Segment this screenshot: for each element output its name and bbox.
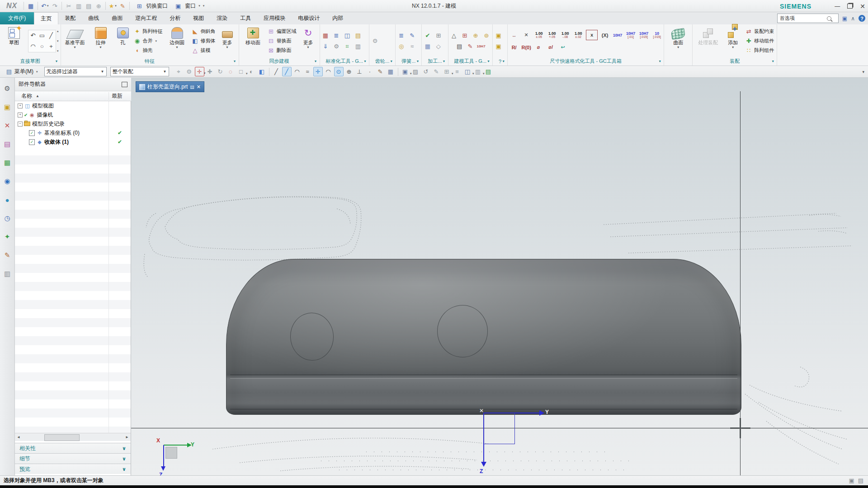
process-studio-icon[interactable]: ✦ (2, 231, 13, 242)
trim-body-button[interactable]: ◧ 修剪体 (190, 36, 217, 46)
constraint-navigator-icon[interactable]: ✕ (2, 120, 13, 131)
tab-视图[interactable]: 视图 (187, 12, 210, 24)
triangle-icon[interactable]: △ (450, 31, 458, 40)
process-assembly-button[interactable]: 处理装配 (694, 25, 722, 56)
sketch-pencil-icon[interactable]: ✎ (376, 67, 385, 76)
spring-coil-icon[interactable]: ≣ (397, 31, 406, 40)
maximize-panel-icon[interactable] (122, 82, 127, 87)
group-dropdown-icon[interactable]: ▼ (233, 60, 236, 63)
reference-radius-icon[interactable]: R(0) (521, 42, 531, 52)
cabinet-icon[interactable]: ◫ (343, 31, 352, 40)
part-navigator-icon[interactable]: ▤ (2, 139, 13, 150)
sketch-tools-scroll[interactable]: ▴▾▾ (57, 28, 59, 54)
section-相关性[interactable]: 相关性∨ (15, 443, 131, 453)
wcs-z-axis[interactable] (163, 445, 164, 468)
gold-cubes-icon-2[interactable]: ▣ (494, 42, 503, 51)
column-latest[interactable]: 最新 (108, 92, 131, 100)
switch-window-button[interactable]: ⊞ 切换窗口 (132, 1, 170, 11)
snap-profile-icon[interactable]: ╱ (282, 67, 292, 76)
grid-pin-icon[interactable]: ⌗ (343, 42, 352, 51)
cut-icon[interactable]: ✂ (64, 1, 74, 10)
assembly-navigator-icon[interactable]: ▣ (2, 102, 13, 113)
datum-plane-outline[interactable] (484, 413, 515, 444)
diameter-style-icon[interactable]: ⌀ (533, 42, 543, 52)
offset-region-button[interactable]: ⊞ 偏置区域 (266, 27, 298, 36)
save-icon[interactable]: ▦ (26, 1, 36, 10)
tab-分析[interactable]: 分析 (163, 12, 187, 24)
tab-主页[interactable]: 主页 (34, 12, 58, 24)
grid-display-icon[interactable]: ▦ (386, 67, 396, 76)
tree-expander-icon[interactable]: − (18, 122, 23, 127)
scrollbar-track[interactable] (22, 434, 123, 441)
section-细节[interactable]: 细节∨ (15, 453, 131, 464)
menu-button[interactable]: ▤ 菜单(M)▾ (3, 67, 41, 77)
washer-icon[interactable]: ◎ (397, 42, 406, 51)
assembly-constraints-button[interactable]: ⇄ 装配约束 (744, 27, 775, 36)
tab-逆向工程[interactable]: 逆向工程 (129, 12, 163, 24)
sketch-tool-icon-4[interactable]: ○ (38, 41, 47, 52)
sketch-tool-icon-2[interactable]: ╱ (47, 30, 56, 41)
fit-binocular-icon[interactable]: 10H7 (477, 42, 486, 51)
edge-blend-button[interactable]: 边倒圆▼ (165, 25, 190, 56)
column-name[interactable]: 名称▲ (15, 92, 108, 100)
move-face-button[interactable]: 移动面 (241, 25, 266, 56)
restore-button[interactable] (847, 4, 853, 9)
chevron-down-icon[interactable]: ∨ (122, 466, 126, 472)
tab-电极设计[interactable]: 电极设计 (292, 12, 326, 24)
group-dropdown-icon[interactable]: ▼ (771, 60, 774, 63)
brush-tool-icon[interactable]: ≈ (408, 42, 416, 51)
resource-options-icon[interactable]: ⚙ (2, 83, 13, 94)
folder-add-icon[interactable]: ⊕ (472, 31, 480, 40)
shaded-view-icon[interactable]: ◐ (247, 67, 256, 76)
fixture-grid-icon[interactable]: ⊞ (434, 31, 443, 40)
tab-file[interactable]: 文件(F) (0, 12, 34, 24)
scroll-left-icon[interactable]: ◄ (15, 434, 22, 441)
snap-existing-point-icon[interactable]: ∙ (365, 67, 375, 76)
sketch-circle-right[interactable] (437, 305, 488, 357)
material-library-icon[interactable]: ▤ (484, 67, 493, 76)
linear-dim-style-icon[interactable]: ↔ (509, 30, 519, 40)
tolerance-plus-icon[interactable]: 1.00+.05 (547, 30, 557, 40)
close-button[interactable]: ✕ (860, 3, 865, 10)
folder-parts-icon[interactable]: ⊚ (482, 31, 491, 40)
printer-icon[interactable]: ▥ (354, 42, 363, 51)
paste-special-icon[interactable]: ⊕ (94, 1, 104, 10)
datum-grid-icon[interactable]: ⊞▾ (442, 67, 452, 76)
copy-icon[interactable]: ▥ (74, 1, 84, 10)
table-icon[interactable]: ⊞ (461, 31, 469, 40)
add-component-button[interactable]: 添加▼ (722, 25, 743, 56)
roles-icon[interactable]: ▥ (2, 268, 13, 279)
chevron-down-icon[interactable]: ∨ (122, 456, 126, 462)
reset-format-icon[interactable]: ↩ (558, 42, 568, 52)
search-input[interactable] (779, 15, 827, 22)
help-icon[interactable]: ? (859, 15, 865, 22)
tree-row[interactable]: ✓✛基准坐标系 (0)✔ (15, 128, 131, 137)
drafting-grid-icon[interactable]: ▦ (321, 31, 330, 40)
web-browser-icon[interactable]: ● (2, 194, 13, 205)
group-dropdown-icon[interactable]: ▼ (390, 60, 393, 63)
group-dropdown-icon[interactable]: ▼ (487, 60, 490, 63)
background-icon[interactable]: ▨ (411, 67, 420, 76)
snap-arc-icon[interactable]: ◠ (292, 67, 302, 76)
horizontal-scrollbar[interactable]: ◄ ► (15, 433, 131, 441)
tolerance-equal-icon[interactable]: 1.00±.05 (533, 30, 544, 40)
snap-center-icon[interactable]: ⊙ (334, 67, 344, 76)
reuse-library-icon[interactable]: ▦ (2, 157, 13, 168)
replace-face-button[interactable]: ⊟ 替换面 (266, 36, 298, 46)
close-part-icon[interactable]: ✕ (197, 84, 201, 90)
gold-cubes-icon[interactable]: ▣ (494, 31, 503, 40)
annotation-icon[interactable]: ✎ (432, 67, 441, 76)
snap-scope-icon[interactable]: ⌖ (174, 67, 184, 76)
group-dropdown-icon[interactable]: ▼ (443, 60, 446, 63)
tolerance-minus-icon[interactable]: 1.00-.08 (560, 30, 571, 40)
fit-h7-dev-icon[interactable]: 10H7[.01] (625, 30, 636, 40)
sketch-tool-icon-5[interactable]: + (47, 41, 56, 52)
marquee-select-icon[interactable]: □▾ (236, 67, 246, 76)
diameter-alt-icon[interactable]: ⌀/ (546, 42, 556, 52)
group-dropdown-icon[interactable]: ▼ (416, 60, 419, 63)
plane-axis-icon[interactable]: ◇ (434, 42, 443, 51)
wcs-y-axis[interactable] (164, 445, 188, 446)
snap-tangent-icon[interactable]: ◠ (324, 67, 333, 76)
toolbar-overflow-icon[interactable]: ▾ (862, 70, 864, 74)
snap-spline-icon[interactable]: ≈ (303, 67, 312, 76)
